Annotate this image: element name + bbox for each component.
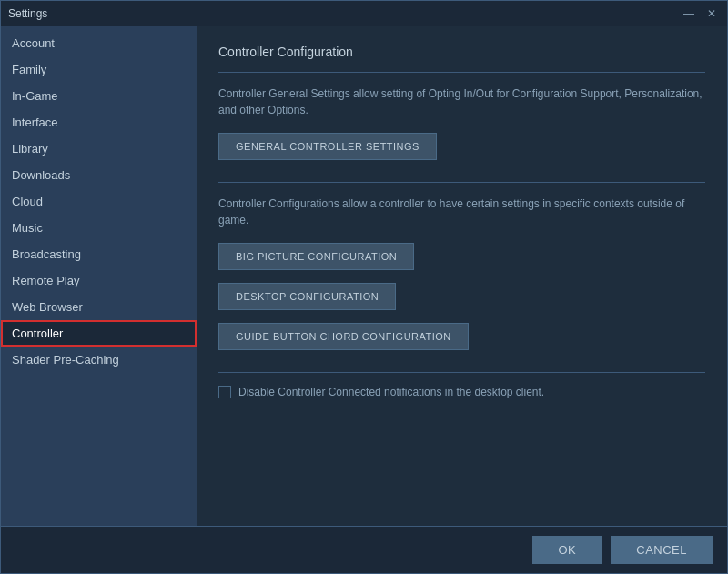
- sidebar-item-label: Interface: [12, 116, 58, 129]
- sidebar-item-label: Shader Pre-Caching: [12, 353, 119, 367]
- sidebar-item-cloud[interactable]: Cloud: [1, 188, 197, 215]
- sidebar-item-library[interactable]: Library: [1, 136, 197, 162]
- sidebar-item-label: Remote Play: [12, 274, 79, 287]
- disable-notifications-row: Disable Controller Connected notificatio…: [218, 386, 705, 398]
- sidebar-item-downloads[interactable]: Downloads: [1, 162, 197, 188]
- sidebar-item-shader-pre-caching[interactable]: Shader Pre-Caching: [1, 347, 197, 373]
- section-title: Controller Configuration: [218, 45, 705, 59]
- sidebar-item-label: Music: [12, 221, 43, 235]
- configs-description: Controller Configurations allow a contro…: [218, 196, 705, 228]
- cancel-button[interactable]: CANCEL: [611, 536, 713, 564]
- close-button[interactable]: ✕: [703, 7, 720, 20]
- sidebar-item-label: Web Browser: [12, 300, 83, 314]
- guide-button-section: GUIDE BUTTON CHORD CONFIGURATION: [218, 323, 705, 359]
- sidebar: Account Family In-Game Interface Library…: [1, 26, 197, 526]
- sidebar-item-label: Family: [12, 63, 46, 76]
- sidebar-item-web-browser[interactable]: Web Browser: [1, 294, 197, 320]
- sidebar-item-interface[interactable]: Interface: [1, 109, 197, 136]
- guide-button-chord-configuration-button[interactable]: GUIDE BUTTON CHORD CONFIGURATION: [218, 323, 469, 350]
- sidebar-item-label: Broadcasting: [12, 247, 81, 261]
- settings-window: Settings — ✕ Account Family In-Game Inte…: [0, 0, 728, 574]
- general-description: Controller General Settings allow settin…: [218, 86, 705, 118]
- big-picture-button-section: BIG PICTURE CONFIGURATION: [218, 243, 705, 279]
- sidebar-item-label: Downloads: [12, 168, 70, 182]
- sidebar-item-family[interactable]: Family: [1, 56, 197, 83]
- divider-top: [218, 72, 705, 73]
- big-picture-configuration-button[interactable]: BIG PICTURE CONFIGURATION: [218, 243, 414, 270]
- sidebar-item-music[interactable]: Music: [1, 215, 197, 241]
- desktop-button-section: DESKTOP CONFIGURATION: [218, 283, 705, 319]
- general-controller-settings-button[interactable]: GENERAL CONTROLLER SETTINGS: [218, 133, 437, 160]
- sidebar-item-broadcasting[interactable]: Broadcasting: [1, 241, 197, 267]
- content-area: Account Family In-Game Interface Library…: [1, 26, 727, 526]
- divider-bottom: [218, 372, 705, 373]
- sidebar-item-label: In-Game: [12, 89, 58, 103]
- disable-notifications-label: Disable Controller Connected notificatio…: [238, 386, 544, 398]
- sidebar-item-account[interactable]: Account: [1, 30, 197, 56]
- divider-mid: [218, 182, 705, 183]
- title-bar: Settings — ✕: [1, 1, 727, 26]
- sidebar-item-label: Controller: [12, 327, 63, 340]
- sidebar-item-remote-play[interactable]: Remote Play: [1, 267, 197, 294]
- window-title: Settings: [8, 7, 47, 20]
- disable-notifications-checkbox[interactable]: [218, 386, 231, 398]
- ok-button[interactable]: OK: [532, 536, 602, 564]
- bottom-bar: OK CANCEL: [1, 526, 727, 573]
- minimize-button[interactable]: —: [680, 7, 698, 20]
- sidebar-item-in-game[interactable]: In-Game: [1, 83, 197, 109]
- main-panel: Controller Configuration Controller Gene…: [197, 26, 727, 526]
- sidebar-item-controller[interactable]: Controller: [1, 320, 197, 347]
- sidebar-item-label: Library: [12, 142, 48, 156]
- desktop-configuration-button[interactable]: DESKTOP CONFIGURATION: [218, 283, 396, 310]
- title-bar-controls: — ✕: [680, 7, 720, 20]
- sidebar-item-label: Account: [12, 36, 55, 50]
- sidebar-item-label: Cloud: [12, 195, 43, 208]
- general-button-section: GENERAL CONTROLLER SETTINGS: [218, 133, 705, 169]
